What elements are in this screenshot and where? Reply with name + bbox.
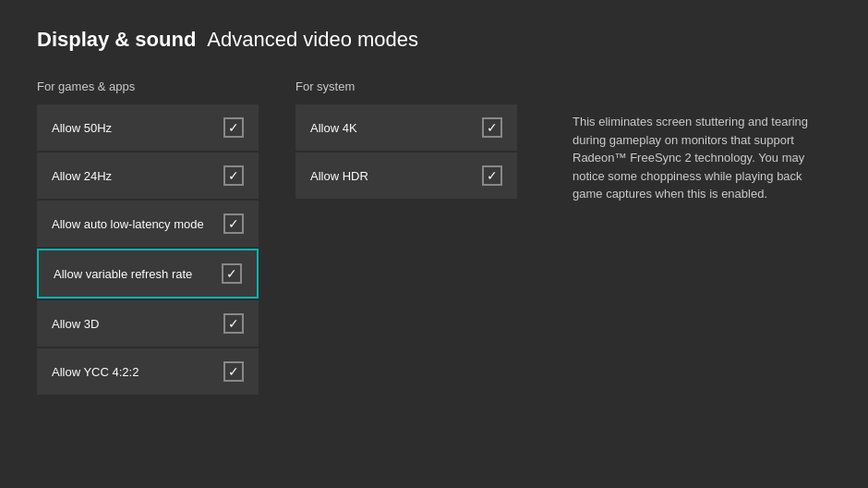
games-apps-item-3[interactable]: Allow variable refresh rate✓ [37,249,259,299]
main-content: For games & apps Allow 50Hz✓Allow 24Hz✓A… [0,70,868,406]
system-label-0: Allow 4K [310,121,357,135]
games-apps-checkbox-1[interactable]: ✓ [223,165,244,186]
games-apps-label-3: Allow variable refresh rate [54,267,192,281]
system-checkbox-1[interactable]: ✓ [482,165,502,186]
checkmark-icon: ✓ [226,267,237,280]
games-apps-checkbox-4[interactable]: ✓ [223,313,244,334]
games-apps-checkbox-0[interactable]: ✓ [223,117,244,138]
games-apps-item-4[interactable]: Allow 3D✓ [37,300,259,347]
games-apps-label-2: Allow auto low-latency mode [52,217,204,231]
system-checkbox-0[interactable]: ✓ [482,117,502,138]
games-apps-label-1: Allow 24Hz [52,169,112,183]
system-label-1: Allow HDR [310,169,368,183]
system-title: For system [295,79,517,93]
games-apps-item-2[interactable]: Allow auto low-latency mode✓ [37,201,259,247]
system-items: Allow 4K✓Allow HDR✓ [295,104,517,201]
checkmark-icon: ✓ [228,365,239,378]
system-column: For system Allow 4K✓Allow HDR✓ [295,79,517,396]
header-main-title: Display & sound [37,28,196,52]
games-apps-checkbox-5[interactable]: ✓ [223,361,244,382]
system-item-1[interactable]: Allow HDR✓ [295,152,517,199]
games-apps-title: For games & apps [37,79,259,93]
description-text: This eliminates screen stuttering and te… [573,113,813,203]
checkmark-icon: ✓ [487,121,498,134]
checkmark-icon: ✓ [228,121,239,134]
checkmark-icon: ✓ [228,169,239,182]
games-apps-item-5[interactable]: Allow YCC 4:2:2✓ [37,348,259,395]
games-apps-item-1[interactable]: Allow 24Hz✓ [37,152,259,199]
games-apps-items: Allow 50Hz✓Allow 24Hz✓Allow auto low-lat… [37,104,259,396]
description-panel: This eliminates screen stuttering and te… [573,79,813,396]
games-apps-label-5: Allow YCC 4:2:2 [52,365,139,379]
page-header: Display & sound Advanced video modes [0,0,868,70]
checkmark-icon: ✓ [228,217,239,230]
games-apps-label-4: Allow 3D [52,317,99,331]
checkmark-icon: ✓ [487,169,498,182]
games-apps-column: For games & apps Allow 50Hz✓Allow 24Hz✓A… [37,79,259,396]
header-sub-title: Advanced video modes [207,28,418,52]
games-apps-label-0: Allow 50Hz [52,121,112,135]
games-apps-item-0[interactable]: Allow 50Hz✓ [37,104,259,151]
games-apps-checkbox-2[interactable]: ✓ [223,214,244,234]
checkmark-icon: ✓ [228,317,239,330]
games-apps-checkbox-3[interactable]: ✓ [222,263,242,284]
system-item-0[interactable]: Allow 4K✓ [295,104,517,151]
